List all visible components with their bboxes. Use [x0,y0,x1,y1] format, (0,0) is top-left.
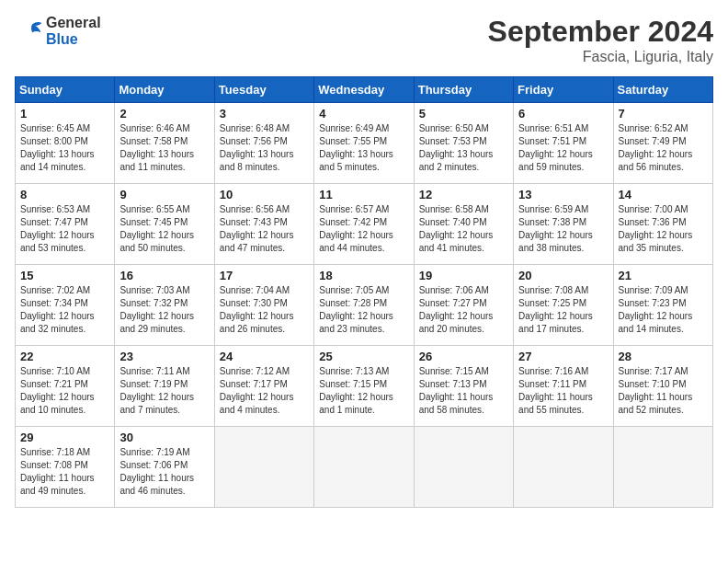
day-number: 26 [419,350,508,363]
day-number: 30 [119,431,209,444]
day-number: 6 [518,107,608,121]
day-detail: Sunrise: 6:46 AMSunset: 7:58 PMDaylight:… [119,122,209,174]
calendar-cell: 27Sunrise: 7:16 AMSunset: 7:11 PMDayligh… [514,346,613,427]
day-number: 5 [419,107,508,121]
day-detail: Sunrise: 7:03 AMSunset: 7:32 PMDaylight:… [119,284,209,336]
day-detail: Sunrise: 7:09 AMSunset: 7:23 PMDaylight:… [619,284,708,336]
calendar-cell: 21Sunrise: 7:09 AMSunset: 7:23 PMDayligh… [613,265,712,346]
calendar-table: SundayMondayTuesdayWednesdayThursdayFrid… [15,76,713,508]
day-detail: Sunrise: 6:58 AMSunset: 7:40 PMDaylight:… [419,203,508,255]
calendar-cell: 19Sunrise: 7:06 AMSunset: 7:27 PMDayligh… [414,265,513,346]
day-detail: Sunrise: 7:13 AMSunset: 7:15 PMDaylight:… [319,365,408,417]
calendar-cell: 25Sunrise: 7:13 AMSunset: 7:15 PMDayligh… [314,346,414,427]
calendar-cell: 14Sunrise: 7:00 AMSunset: 7:36 PMDayligh… [613,184,712,265]
calendar-cell: 29Sunrise: 7:18 AMSunset: 7:08 PMDayligh… [16,427,115,508]
day-detail: Sunrise: 6:55 AMSunset: 7:45 PMDaylight:… [119,203,209,255]
day-detail: Sunrise: 6:57 AMSunset: 7:42 PMDaylight:… [319,203,408,255]
calendar-cell [514,427,613,508]
month-title: September 2024 [488,15,713,49]
calendar-cell [214,427,313,508]
day-detail: Sunrise: 6:52 AMSunset: 7:49 PMDaylight:… [619,122,708,174]
day-detail: Sunrise: 7:11 AMSunset: 7:19 PMDaylight:… [119,365,209,417]
day-number: 25 [319,350,408,363]
col-header-monday: Monday [115,77,214,103]
day-detail: Sunrise: 7:06 AMSunset: 7:27 PMDaylight:… [419,284,508,336]
day-detail: Sunrise: 6:45 AMSunset: 8:00 PMDaylight:… [20,122,109,174]
calendar-cell: 24Sunrise: 7:12 AMSunset: 7:17 PMDayligh… [214,346,313,427]
calendar-cell: 28Sunrise: 7:17 AMSunset: 7:10 PMDayligh… [613,346,712,427]
calendar-cell: 12Sunrise: 6:58 AMSunset: 7:40 PMDayligh… [414,184,513,265]
calendar-week-4: 15Sunrise: 7:02 AMSunset: 7:34 PMDayligh… [16,265,713,346]
day-detail: Sunrise: 6:51 AMSunset: 7:51 PMDaylight:… [518,122,608,174]
calendar-cell: 22Sunrise: 7:10 AMSunset: 7:21 PMDayligh… [16,346,115,427]
calendar-cell: 17Sunrise: 7:04 AMSunset: 7:30 PMDayligh… [214,265,313,346]
calendar-cell: 7Sunrise: 6:52 AMSunset: 7:49 PMDaylight… [613,103,712,184]
day-detail: Sunrise: 7:00 AMSunset: 7:36 PMDaylight:… [619,203,708,255]
calendar-cell: 10Sunrise: 6:56 AMSunset: 7:43 PMDayligh… [214,184,313,265]
day-number: 10 [220,188,309,201]
col-header-tuesday: Tuesday [214,77,313,103]
calendar-week-2: 1Sunrise: 6:45 AMSunset: 8:00 PMDaylight… [16,103,713,184]
title-block: September 2024 Fascia, Liguria, Italy [488,15,713,65]
col-header-saturday: Saturday [613,77,712,103]
calendar-cell: 16Sunrise: 7:03 AMSunset: 7:32 PMDayligh… [115,265,214,346]
calendar-week-3: 8Sunrise: 6:53 AMSunset: 7:47 PMDaylight… [16,184,713,265]
day-detail: Sunrise: 7:18 AMSunset: 7:08 PMDaylight:… [20,446,109,498]
calendar-cell: 13Sunrise: 6:59 AMSunset: 7:38 PMDayligh… [514,184,613,265]
day-number: 7 [619,107,708,121]
logo-bird-icon [15,17,44,46]
day-detail: Sunrise: 6:59 AMSunset: 7:38 PMDaylight:… [518,203,608,255]
col-header-friday: Friday [514,77,613,103]
calendar-cell: 20Sunrise: 7:08 AMSunset: 7:25 PMDayligh… [514,265,613,346]
day-detail: Sunrise: 6:50 AMSunset: 7:53 PMDaylight:… [419,122,508,174]
col-header-wednesday: Wednesday [314,77,414,103]
day-detail: Sunrise: 7:17 AMSunset: 7:10 PMDaylight:… [619,365,708,417]
day-detail: Sunrise: 7:02 AMSunset: 7:34 PMDaylight:… [20,284,109,336]
day-number: 2 [119,107,209,121]
logo-general: General [46,15,101,31]
day-number: 11 [319,188,408,201]
calendar-cell [414,427,513,508]
day-number: 22 [20,350,109,363]
day-number: 14 [619,188,708,201]
calendar-week-6: 29Sunrise: 7:18 AMSunset: 7:08 PMDayligh… [16,427,713,508]
day-number: 8 [20,188,109,201]
calendar-cell: 8Sunrise: 6:53 AMSunset: 7:47 PMDaylight… [16,184,115,265]
day-number: 9 [119,188,209,201]
day-number: 20 [518,269,608,282]
col-header-sunday: Sunday [16,77,115,103]
calendar-cell: 3Sunrise: 6:48 AMSunset: 7:56 PMDaylight… [214,103,313,184]
calendar-cell: 5Sunrise: 6:50 AMSunset: 7:53 PMDaylight… [414,103,513,184]
calendar-cell: 2Sunrise: 6:46 AMSunset: 7:58 PMDaylight… [115,103,214,184]
day-detail: Sunrise: 7:16 AMSunset: 7:11 PMDaylight:… [518,365,608,417]
calendar-cell: 15Sunrise: 7:02 AMSunset: 7:34 PMDayligh… [16,265,115,346]
calendar-cell [314,427,414,508]
calendar-cell [613,427,712,508]
day-detail: Sunrise: 7:12 AMSunset: 7:17 PMDaylight:… [220,365,309,417]
calendar-cell: 4Sunrise: 6:49 AMSunset: 7:55 PMDaylight… [314,103,414,184]
day-number: 15 [20,269,109,282]
day-number: 12 [419,188,508,201]
day-detail: Sunrise: 7:08 AMSunset: 7:25 PMDaylight:… [518,284,608,336]
day-number: 21 [619,269,708,282]
day-detail: Sunrise: 7:04 AMSunset: 7:30 PMDaylight:… [220,284,309,336]
calendar-cell: 30Sunrise: 7:19 AMSunset: 7:06 PMDayligh… [115,427,214,508]
col-header-thursday: Thursday [414,77,513,103]
calendar-cell: 23Sunrise: 7:11 AMSunset: 7:19 PMDayligh… [115,346,214,427]
header-row: SundayMondayTuesdayWednesdayThursdayFrid… [16,77,713,103]
calendar-cell: 6Sunrise: 6:51 AMSunset: 7:51 PMDaylight… [514,103,613,184]
location-title: Fascia, Liguria, Italy [488,49,713,65]
day-detail: Sunrise: 6:49 AMSunset: 7:55 PMDaylight:… [319,122,408,174]
day-number: 3 [220,107,309,121]
day-detail: Sunrise: 7:05 AMSunset: 7:28 PMDaylight:… [319,284,408,336]
day-number: 18 [319,269,408,282]
logo-blue: Blue [46,31,101,48]
calendar-cell: 11Sunrise: 6:57 AMSunset: 7:42 PMDayligh… [314,184,414,265]
day-number: 4 [319,107,408,121]
day-number: 28 [619,350,708,363]
page-header: General Blue September 2024 Fascia, Ligu… [15,15,713,65]
day-number: 29 [20,431,109,444]
day-detail: Sunrise: 7:19 AMSunset: 7:06 PMDaylight:… [119,446,209,498]
day-detail: Sunrise: 6:53 AMSunset: 7:47 PMDaylight:… [20,203,109,255]
day-number: 27 [518,350,608,363]
